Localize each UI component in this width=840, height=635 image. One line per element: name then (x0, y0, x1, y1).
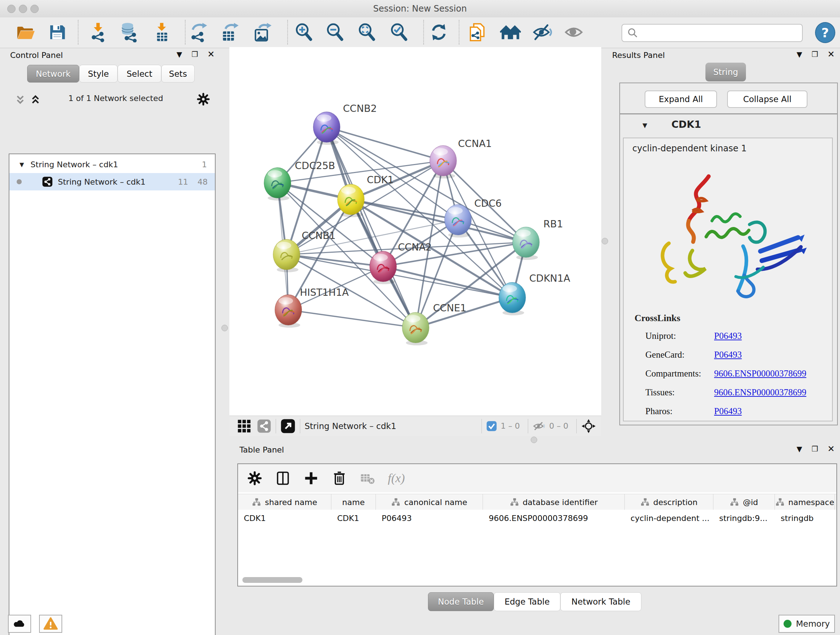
expand-all-button[interactable]: Expand All (645, 90, 717, 108)
tab-network-table[interactable]: Network Table (561, 592, 641, 611)
horizontal-scrollbar-thumb[interactable] (242, 577, 302, 583)
delete-column-icon[interactable] (332, 470, 347, 486)
table-cell-description[interactable]: cyclin-dependent ... (625, 510, 714, 526)
hide-selected-button[interactable] (531, 20, 554, 44)
help-button[interactable]: ? (815, 22, 835, 43)
copy-network-button[interactable] (465, 20, 489, 44)
column-header-database-identifier[interactable]: database identifier (483, 494, 625, 510)
crosslink-value-genecard-[interactable]: P06493 (714, 350, 742, 360)
add-column-icon[interactable] (303, 470, 319, 486)
network-tree: ▼ String Network – cdk1 1 String Network… (9, 154, 216, 635)
tab-network[interactable]: Network (27, 65, 79, 82)
edge-CCNB1-CCNA2[interactable] (286, 255, 383, 266)
tab-node-table[interactable]: Node Table (428, 592, 494, 611)
tab-select[interactable]: Select (118, 65, 161, 82)
network-row[interactable]: String Network – cdk1 11 48 (9, 173, 215, 190)
collapse-all-tree-icon[interactable] (14, 94, 26, 107)
viewbar-separator (276, 419, 276, 433)
crosslink-value-uniprot-[interactable]: P06493 (714, 331, 742, 341)
table-cell--id[interactable]: stringdb:9... (714, 510, 775, 526)
export-image-button[interactable] (251, 20, 275, 44)
cloud-status-button[interactable] (8, 615, 31, 633)
crosslink-value-tissues-[interactable]: 9606.ENSP00000378699 (714, 387, 806, 397)
node-RB1[interactable]: RB1 (513, 218, 563, 260)
panel-close-icon[interactable]: ✕ (207, 51, 215, 58)
collapse-all-button[interactable]: Collapse All (727, 90, 807, 108)
left-splitter-handle[interactable] (221, 325, 228, 331)
string-app-icon[interactable] (257, 419, 271, 433)
expand-all-tree-icon[interactable] (30, 94, 41, 107)
panel-menu-icon[interactable]: ▼ (177, 51, 182, 58)
edge-CCNB2-CCNA1[interactable] (327, 127, 443, 161)
open-session-button[interactable] (13, 20, 37, 44)
selected-checkbox-icon[interactable] (486, 421, 497, 432)
warning-status-button[interactable] (39, 615, 62, 633)
column-header-description[interactable]: description (625, 494, 714, 510)
edge-HIST1H1A-CCNE1[interactable] (288, 310, 416, 328)
panel-menu-icon[interactable]: ▼ (797, 445, 802, 453)
node-CCNA1[interactable]: CCNA1 (430, 138, 492, 179)
export-network-button[interactable] (187, 20, 210, 44)
table-cell-shared-name[interactable]: CDK1 (238, 510, 332, 526)
save-floppy-icon (47, 22, 67, 42)
import-network-button[interactable] (86, 20, 110, 44)
column-header--id[interactable]: @id (714, 494, 775, 510)
crosslink-label-compartments-: Compartments: (645, 369, 714, 379)
column-header-name[interactable]: name (332, 494, 376, 510)
node-CCNE1[interactable]: CCNE1 (402, 302, 466, 345)
export-table-icon (219, 22, 240, 42)
control-panel-title: Control Panel (10, 51, 63, 60)
node-HIST1H1A[interactable]: HIST1H1A (275, 287, 349, 328)
crosslink-value-pharos-[interactable]: P06493 (714, 406, 742, 416)
table-cell-database-identifier[interactable]: 9606.ENSP00000378699 (483, 510, 625, 526)
collection-expander-icon[interactable]: ▼ (19, 161, 24, 168)
panel-float-icon[interactable]: ❒ (191, 51, 198, 58)
select-columns-icon[interactable] (275, 470, 291, 486)
panel-close-icon[interactable]: ✕ (827, 51, 835, 58)
protein-expander-icon[interactable]: ▼ (643, 122, 647, 129)
memory-button[interactable]: Memory (778, 615, 835, 633)
tab-edge-table[interactable]: Edge Table (494, 592, 561, 611)
column-label: @id (743, 498, 758, 507)
search-input[interactable] (642, 26, 802, 40)
zoom-out-button[interactable] (323, 20, 347, 44)
zoom-in-button[interactable] (292, 20, 316, 44)
apply-layout-button[interactable] (427, 20, 451, 44)
grid-view-icon[interactable] (237, 419, 251, 433)
node-CDKN1A[interactable]: CDKN1A (499, 272, 570, 315)
zoom-fit-button[interactable] (355, 20, 379, 44)
tab-style[interactable]: Style (79, 65, 118, 82)
table-container: f(x) shared namenamecanonical namedataba… (237, 463, 837, 586)
network-overview-button[interactable] (499, 20, 523, 44)
tab-sets[interactable]: Sets (161, 65, 195, 82)
import-network-from-database-button[interactable] (117, 20, 141, 44)
zoom-selected-button[interactable] (387, 20, 411, 44)
fit-selected-crosshair-icon[interactable] (581, 418, 596, 434)
network-options-button[interactable] (196, 92, 210, 108)
panel-float-icon[interactable]: ❒ (812, 51, 818, 58)
panel-menu-icon[interactable]: ▼ (797, 51, 802, 58)
network-canvas[interactable]: CCNB2CCNA1CDC25BCDK1CDC6RB1CCNB1CCNA2CDK… (229, 47, 601, 416)
show-all-button[interactable] (562, 20, 586, 44)
import-table-button[interactable] (150, 20, 174, 44)
birdseye-view-icon[interactable] (280, 418, 295, 434)
panel-float-icon[interactable]: ❒ (812, 445, 818, 453)
hidden-eye-slash-icon[interactable] (532, 420, 546, 432)
panel-close-icon[interactable]: ✕ (827, 445, 835, 453)
bottom-splitter-handle[interactable] (531, 437, 537, 443)
crosslink-value-compartments-[interactable]: 9606.ENSP00000378699 (714, 369, 806, 379)
network-collection-row[interactable]: ▼ String Network – cdk1 1 (9, 156, 215, 173)
edge-CCNB2-RB1[interactable] (327, 127, 526, 242)
export-table-button[interactable] (218, 20, 242, 44)
gear-icon[interactable] (247, 470, 263, 486)
table-cell-canonical-name[interactable]: P06493 (376, 510, 483, 526)
table-cell-name[interactable]: CDK1 (332, 510, 376, 526)
table-row[interactable]: CDK1CDK1P064939606.ENSP00000378699cyclin… (238, 510, 836, 526)
network-graph: CCNB2CCNA1CDC25BCDK1CDC6RB1CCNB1CCNA2CDK… (229, 47, 601, 416)
save-session-button[interactable] (45, 20, 69, 44)
column-header-namespace[interactable]: namespace (775, 494, 835, 510)
tab-string[interactable]: String (706, 63, 746, 81)
table-cell-namespace[interactable]: stringdb (775, 510, 835, 526)
column-header-canonical-name[interactable]: canonical name (376, 494, 483, 510)
column-header-shared-name[interactable]: shared name (238, 494, 332, 510)
